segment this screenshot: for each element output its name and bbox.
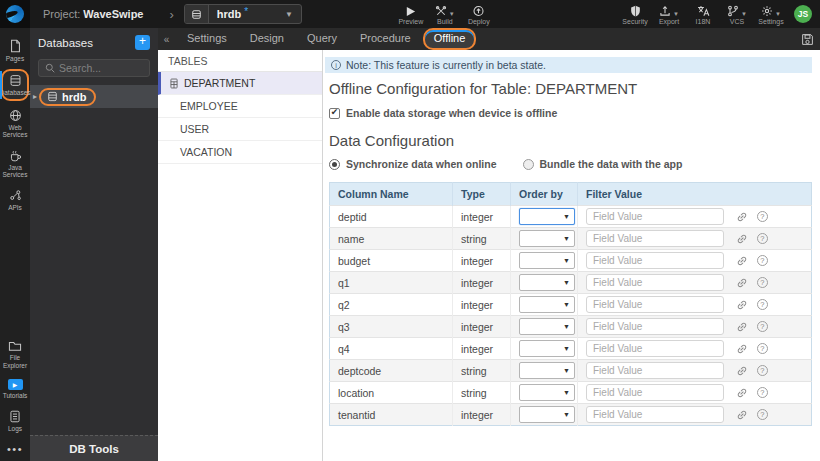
filter-value-input[interactable] — [586, 384, 724, 401]
filter-value-input[interactable] — [586, 340, 724, 357]
build-button[interactable]: ▼ Build — [428, 4, 462, 25]
help-icon[interactable]: ? — [757, 211, 768, 222]
order-by-select[interactable]: ▼ — [519, 208, 575, 225]
bind-variable-icon[interactable] — [736, 321, 748, 333]
i18n-button[interactable]: I18N — [686, 4, 720, 25]
tab-offline[interactable]: Offline — [423, 28, 477, 50]
vcs-button[interactable]: ▼ VCS — [720, 4, 754, 25]
bind-variable-icon[interactable] — [736, 409, 748, 421]
order-by-select[interactable]: ▼ — [519, 274, 575, 291]
bind-variable-icon[interactable] — [736, 343, 748, 355]
sidebar-item-apis[interactable]: APIs — [1, 186, 29, 213]
sidebar-item-tutorials[interactable]: ▶ Tutorials — [1, 376, 29, 401]
search-icon — [45, 63, 55, 73]
breadcrumb-chevron-icon: › — [169, 7, 173, 22]
tab-settings[interactable]: Settings — [176, 28, 238, 50]
table-item-vacation[interactable]: VACATION — [158, 141, 322, 164]
sidebar-item-java-services[interactable]: Java Services — [1, 146, 29, 181]
chevron-down-icon: ▼ — [563, 345, 570, 352]
order-by-select[interactable]: ▼ — [519, 252, 575, 269]
help-icon[interactable]: ? — [757, 299, 768, 310]
order-by-select[interactable]: ▼ — [519, 318, 575, 335]
sidebar-item-pages[interactable]: Pages — [1, 36, 29, 64]
order-by-select[interactable]: ▼ — [519, 362, 575, 379]
database-selector[interactable]: hrdb * ▼ — [184, 4, 302, 24]
table-item-user[interactable]: USER — [158, 118, 322, 141]
bind-variable-icon[interactable] — [736, 255, 748, 267]
app-logo[interactable] — [0, 0, 30, 28]
help-icon[interactable]: ? — [757, 409, 768, 420]
help-icon[interactable]: ? — [757, 255, 768, 266]
filter-value-input[interactable] — [586, 318, 724, 335]
settings-button[interactable]: ▼ Settings — [754, 4, 788, 25]
bind-variable-icon[interactable] — [736, 387, 748, 399]
save-button[interactable] — [794, 28, 820, 50]
table-row: tenantid integer ▼ ? — [330, 404, 812, 426]
radio-synchronize-online[interactable]: Synchronize data when online — [329, 158, 497, 170]
help-icon[interactable]: ? — [757, 387, 768, 398]
radio-bundle-with-app[interactable]: Bundle the data with the app — [523, 158, 683, 170]
sidebar-item-databases[interactable]: Databases — [1, 69, 29, 100]
project-label: Project: WaveSwipe — [43, 8, 143, 20]
table-row: budget integer ▼ ? — [330, 250, 812, 272]
order-by-select[interactable]: ▼ — [519, 340, 575, 357]
database-selector-value: hrdb — [217, 8, 241, 20]
tab-query[interactable]: Query — [296, 28, 348, 50]
order-by-select[interactable]: ▼ — [519, 230, 575, 247]
sidebar-item-web-services[interactable]: Web Services — [1, 106, 29, 141]
preview-button[interactable]: Preview — [394, 4, 428, 25]
filter-value-input[interactable] — [586, 252, 724, 269]
database-item-hrdb[interactable]: ▸ hrdb — [30, 85, 158, 108]
help-icon[interactable]: ? — [757, 365, 768, 376]
database-search[interactable] — [38, 59, 150, 77]
help-icon[interactable]: ? — [757, 343, 768, 354]
column-type-cell: integer — [453, 316, 511, 338]
tables-panel: TABLES DEPARTMENT EMPLOYEE USER VACATION — [158, 50, 323, 461]
collapse-panel-button[interactable]: « — [158, 28, 175, 50]
tab-procedure[interactable]: Procedure — [349, 28, 422, 50]
table-item-employee[interactable]: EMPLOYEE — [158, 95, 322, 118]
filter-value-input[interactable] — [586, 296, 724, 313]
column-name-cell: q3 — [330, 316, 453, 338]
column-name-cell: q2 — [330, 294, 453, 316]
offline-config-content: i Note: This feature is currently in bet… — [323, 50, 820, 461]
database-icon — [9, 74, 22, 87]
help-icon[interactable]: ? — [757, 233, 768, 244]
order-by-select[interactable]: ▼ — [519, 296, 575, 313]
order-by-select[interactable]: ▼ — [519, 384, 575, 401]
filter-value-input[interactable] — [586, 230, 724, 247]
column-name-cell: location — [330, 382, 453, 404]
bind-variable-icon[interactable] — [736, 365, 748, 377]
help-icon[interactable]: ? — [757, 321, 768, 332]
bind-variable-icon[interactable] — [736, 277, 748, 289]
sidebar-item-logs[interactable]: Logs — [1, 407, 29, 434]
header-order-by: Order by — [511, 183, 578, 206]
filter-value-input[interactable] — [586, 406, 724, 423]
order-by-select[interactable]: ▼ — [519, 406, 575, 423]
db-tools-button[interactable]: DB Tools — [30, 435, 158, 461]
more-options-button[interactable]: ••• — [7, 443, 23, 455]
header-filter-value: Filter Value — [578, 183, 812, 206]
security-button[interactable]: Security — [618, 4, 652, 25]
search-input[interactable] — [59, 62, 143, 74]
user-avatar[interactable]: JS — [794, 5, 812, 23]
filter-value-input[interactable] — [586, 208, 724, 225]
expand-arrow-icon[interactable]: ▸ — [33, 92, 37, 101]
bind-variable-icon[interactable] — [736, 299, 748, 311]
add-database-button[interactable]: + — [135, 35, 150, 50]
filter-value-input[interactable] — [586, 274, 724, 291]
tab-design[interactable]: Design — [239, 28, 295, 50]
table-row: q4 integer ▼ ? — [330, 338, 812, 360]
deploy-button[interactable]: Deploy — [462, 4, 496, 25]
column-name-cell: q1 — [330, 272, 453, 294]
bind-variable-icon[interactable] — [736, 233, 748, 245]
enable-offline-checkbox[interactable]: ✔ — [329, 108, 340, 119]
header-column-name: Column Name — [330, 183, 453, 206]
help-icon[interactable]: ? — [757, 277, 768, 288]
filter-value-input[interactable] — [586, 362, 724, 379]
sidebar-item-file-explorer[interactable]: File Explorer — [1, 337, 29, 371]
info-icon: i — [331, 60, 341, 70]
export-button[interactable]: ▼ Export — [652, 4, 686, 25]
table-item-department[interactable]: DEPARTMENT — [158, 72, 322, 95]
bind-variable-icon[interactable] — [736, 211, 748, 223]
